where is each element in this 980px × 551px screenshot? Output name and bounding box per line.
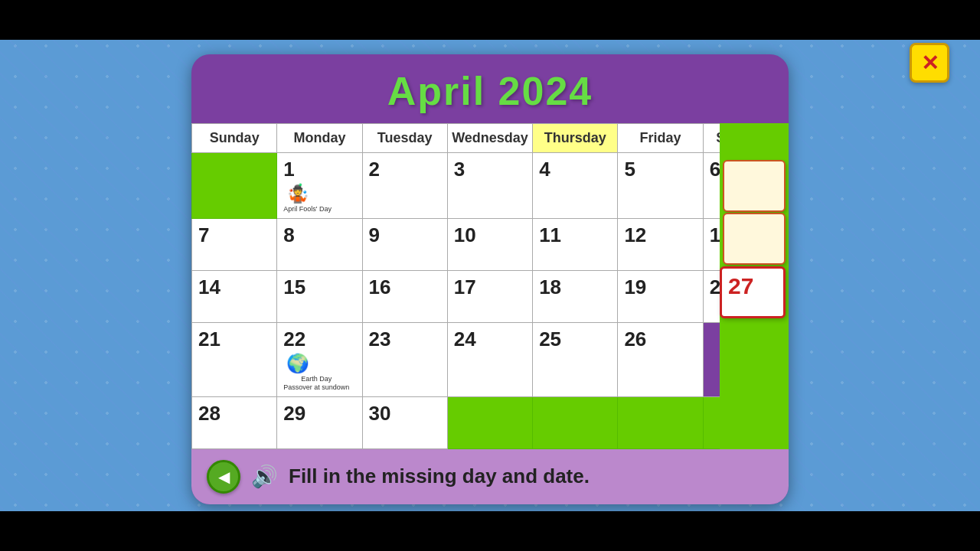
header-sunday: Sunday xyxy=(192,124,277,153)
cell-apr-24: 24 xyxy=(447,323,532,397)
cell-empty-w5-sat1 xyxy=(618,396,703,448)
missing-date-cell[interactable]: 27 xyxy=(720,266,786,318)
cell-apr-12: 12 xyxy=(618,219,703,271)
cell-apr-25: 25 xyxy=(533,323,618,397)
missing-date-number: 27 xyxy=(728,273,753,299)
sound-icon[interactable]: 🔊 xyxy=(251,464,278,489)
calendar-table: Sunday Monday Tuesday Wednesday Thursday… xyxy=(191,123,789,448)
cell-apr-9: 9 xyxy=(362,219,447,271)
cell-apr-18: 18 xyxy=(533,271,618,323)
back-button[interactable] xyxy=(207,460,240,494)
cell-apr-10: 10 xyxy=(447,219,532,271)
calendar-title: April 2024 xyxy=(191,54,789,123)
header-friday: Friday xyxy=(618,124,703,153)
cell-apr-29: 29 xyxy=(277,396,362,448)
instruction-text: Fill in the missing day and date. xyxy=(289,465,590,488)
header-wednesday: Wednesday xyxy=(447,124,532,153)
instruction-bar: 🔊 Fill in the missing day and date. xyxy=(191,449,789,504)
cell-empty-w5-thu xyxy=(447,396,532,448)
table-row: 7 8 9 10 11 12 13 xyxy=(192,219,789,271)
table-row: 14 15 16 17 18 19 20 xyxy=(192,271,789,323)
cell-apr-5: 5 xyxy=(618,153,703,219)
note-cell-2[interactable] xyxy=(723,213,786,265)
cell-apr-28: 28 xyxy=(192,396,277,448)
cell-apr-17: 17 xyxy=(447,271,532,323)
cell-apr-3: 3 xyxy=(447,153,532,219)
header-monday: Monday xyxy=(277,124,362,153)
cell-apr-22: 22 🌍 Earth DayPassover at sundown xyxy=(277,323,362,397)
calendar-container: April 2024 Sunday Monday Tuesday Wednesd… xyxy=(191,54,789,504)
cell-apr-19: 19 xyxy=(618,271,703,323)
cell-apr-23: 23 xyxy=(362,323,447,397)
header-thursday: Thursday xyxy=(533,124,618,153)
cell-apr-16: 16 xyxy=(362,271,447,323)
cell-empty-sunday-w1 xyxy=(192,153,277,219)
header-tuesday: Tuesday xyxy=(362,124,447,153)
note-cell-1[interactable] xyxy=(723,160,786,212)
cell-apr-21: 21 xyxy=(192,323,277,397)
close-button[interactable] xyxy=(910,43,949,83)
cell-apr-26: 26 xyxy=(618,323,703,397)
cell-apr-14: 14 xyxy=(192,271,277,323)
days-header-row: Sunday Monday Tuesday Wednesday Thursday… xyxy=(192,124,789,153)
cell-apr-15: 15 xyxy=(277,271,362,323)
cell-apr-4: 4 xyxy=(533,153,618,219)
cell-apr-8: 8 xyxy=(277,219,362,271)
cell-apr-2: 2 xyxy=(362,153,447,219)
table-row: 28 29 30 xyxy=(192,396,789,448)
cell-apr-30: 30 xyxy=(362,396,447,448)
cell-apr-7: 7 xyxy=(192,219,277,271)
cell-apr-11: 11 xyxy=(533,219,618,271)
cell-apr-1: 1 🤹 April Fools' Day xyxy=(277,153,362,219)
cell-empty-w5-fri xyxy=(533,396,618,448)
table-row: 1 🤹 April Fools' Day 2 3 4 5 6 xyxy=(192,153,789,219)
table-row: 21 22 🌍 Earth DayPassover at sundown 23 … xyxy=(192,323,789,397)
calendar-area: Sunday Monday Tuesday Wednesday Thursday… xyxy=(191,123,789,448)
